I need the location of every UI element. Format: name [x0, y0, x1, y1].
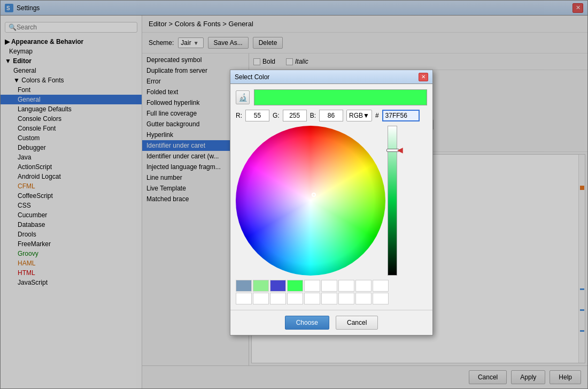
- mode-arrow-icon: ▼: [363, 112, 369, 119]
- color-preview-area: 🔬: [236, 89, 427, 105]
- color-wheel[interactable]: [236, 126, 385, 276]
- dialog-cancel-button[interactable]: Cancel: [336, 316, 378, 330]
- select-color-dialog: Select Color ✕ 🔬 R: G: B: RGB ▼: [230, 70, 433, 335]
- swatch-11[interactable]: [253, 293, 269, 304]
- dialog-body: 🔬 R: G: B: RGB ▼ #: [230, 84, 432, 310]
- hex-input[interactable]: [382, 110, 420, 121]
- swatch-15[interactable]: [321, 293, 337, 304]
- hash-symbol: #: [375, 112, 379, 119]
- b-input[interactable]: [319, 110, 343, 121]
- swatches-area: [236, 280, 427, 304]
- choose-button[interactable]: Choose: [285, 316, 329, 330]
- swatch-1[interactable]: [236, 280, 252, 292]
- swatch-row-2: [236, 293, 427, 304]
- swatch-14[interactable]: [304, 293, 320, 304]
- eyedropper-button[interactable]: 🔬: [236, 90, 250, 104]
- color-wheel-wrapper: [236, 126, 385, 276]
- swatch-6[interactable]: [321, 280, 337, 292]
- swatch-18[interactable]: [373, 293, 389, 304]
- swatch-17[interactable]: [355, 293, 372, 304]
- r-input[interactable]: [245, 110, 269, 121]
- dialog-title: Select Color: [235, 73, 419, 81]
- dialog-footer: Choose Cancel: [230, 310, 432, 335]
- dialog-close-button[interactable]: ✕: [419, 73, 428, 81]
- arrow-indicator-icon: ◀: [397, 146, 403, 154]
- color-wheel-dark: [236, 126, 385, 276]
- color-preview-bar: [254, 89, 427, 105]
- swatch-row-1: [236, 280, 427, 292]
- swatch-12[interactable]: [270, 293, 286, 304]
- swatch-8[interactable]: [355, 280, 372, 292]
- swatch-10[interactable]: [236, 293, 252, 304]
- color-cursor: [312, 193, 316, 197]
- swatch-13[interactable]: [287, 293, 303, 304]
- color-wheel-container: ◀: [236, 126, 427, 276]
- dialog-overlay: Select Color ✕ 🔬 R: G: B: RGB ▼: [0, 0, 588, 389]
- swatch-9[interactable]: [373, 280, 389, 292]
- swatch-16[interactable]: [338, 293, 354, 304]
- swatch-3[interactable]: [270, 280, 286, 292]
- swatch-7[interactable]: [338, 280, 354, 292]
- rgb-row: R: G: B: RGB ▼ #: [236, 110, 427, 121]
- dialog-titlebar: Select Color ✕: [230, 70, 432, 84]
- swatch-5[interactable]: [304, 280, 320, 292]
- rgb-mode-dropdown[interactable]: RGB ▼: [346, 110, 372, 121]
- brightness-slider[interactable]: ◀: [388, 126, 397, 276]
- g-input[interactable]: [283, 110, 307, 121]
- swatch-2[interactable]: [253, 280, 269, 292]
- swatch-4[interactable]: [287, 280, 303, 292]
